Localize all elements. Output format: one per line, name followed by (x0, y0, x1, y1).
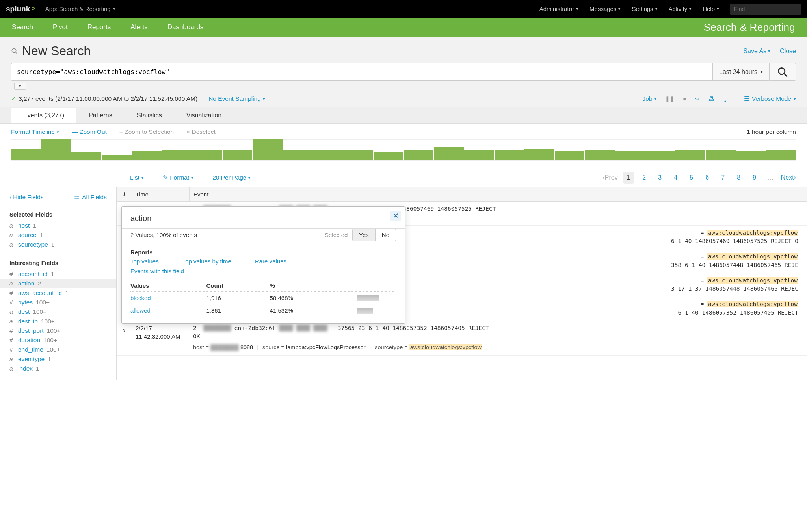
expand-event-toggle[interactable] (117, 324, 132, 352)
timeline-bar[interactable] (41, 139, 71, 160)
timeline-bar[interactable] (524, 149, 554, 160)
timeline-bar[interactable] (71, 152, 101, 160)
timeline-bars[interactable] (11, 139, 796, 161)
timeline-bar[interactable] (404, 150, 434, 160)
page-5[interactable]: 5 (686, 172, 697, 184)
timeline-bar[interactable] (343, 150, 373, 160)
field-dest_port[interactable]: #dest_port100+ (9, 326, 107, 336)
page-1[interactable]: 1 (623, 172, 634, 184)
field-host[interactable]: ahost1 (9, 221, 107, 230)
field-sourcetype[interactable]: asourcetype1 (9, 240, 107, 249)
selected-no[interactable]: No (376, 229, 396, 241)
tab-visualization[interactable]: Visualization (174, 108, 234, 123)
field-aws_account_id[interactable]: #aws_account_id1 (9, 288, 107, 298)
menu-settings[interactable]: Settings▾ (632, 6, 657, 12)
stop-icon[interactable]: ■ (683, 96, 686, 102)
page-8[interactable]: 8 (734, 172, 744, 184)
find-input[interactable] (730, 4, 801, 15)
search-assistant-toggle[interactable]: ▾ (14, 83, 26, 90)
logo[interactable]: splunk> (6, 5, 35, 13)
tab-statistics[interactable]: Statistics (125, 108, 174, 123)
share-icon[interactable]: ↪ (695, 96, 700, 102)
link-rare-values[interactable]: Rare values (255, 258, 286, 265)
timeline-bar[interactable] (585, 150, 615, 160)
list-dropdown[interactable]: List ▾ (130, 174, 144, 181)
print-icon[interactable]: 🖶 (708, 96, 714, 102)
nav-reports[interactable]: Reports (87, 23, 111, 31)
menu-messages[interactable]: Messages▾ (589, 6, 621, 12)
hide-fields-button[interactable]: ‹ Hide Fields (9, 194, 44, 201)
timeline-bar[interactable] (162, 150, 192, 160)
save-as-dropdown[interactable]: Save As ▾ (743, 48, 770, 55)
page-6[interactable]: 6 (702, 172, 712, 184)
timeline-bar[interactable] (283, 150, 313, 160)
per-page-dropdown[interactable]: 20 Per Page ▾ (212, 174, 251, 181)
timeline-bar[interactable] (192, 150, 222, 160)
value-link[interactable]: blocked (130, 295, 151, 301)
timeline-bar[interactable] (766, 150, 796, 160)
tab-patterns[interactable]: Patterns (76, 108, 125, 123)
field-source[interactable]: asource1 (9, 230, 107, 240)
field-duration[interactable]: #duration100+ (9, 336, 107, 345)
field-dest[interactable]: adest100+ (9, 307, 107, 317)
timeline-bar[interactable] (495, 150, 524, 160)
all-fields-button[interactable]: ☰ All Fields (74, 194, 107, 201)
value-row[interactable]: allowed1,36141.532% (130, 304, 396, 317)
timeline-bar[interactable] (132, 151, 162, 160)
selected-yes[interactable]: Yes (353, 229, 375, 241)
export-icon[interactable]: ⭳ (723, 96, 728, 102)
timeline-bar[interactable] (464, 150, 494, 160)
timeline-bar[interactable] (253, 139, 283, 160)
timeline-bar[interactable] (223, 150, 253, 160)
field-eventtype[interactable]: aeventtype1 (9, 354, 107, 364)
timeline-bar[interactable] (11, 149, 41, 160)
selected-toggle[interactable]: Yes No (352, 229, 396, 241)
timeline-bar[interactable] (555, 151, 585, 160)
link-top-values-by-time[interactable]: Top values by time (182, 258, 231, 265)
event-raw[interactable]: 2 ████████ eni-2db32c6f ████ ████ ████ 3… (189, 324, 807, 352)
next-page[interactable]: Next › (781, 172, 796, 184)
tab-events[interactable]: Events (3,277) (11, 108, 76, 123)
search-mode-dropdown[interactable]: ☰Verbose Mode ▾ (744, 95, 796, 102)
format-dropdown[interactable]: ✎Format ▾ (163, 174, 193, 181)
page-3[interactable]: 3 (655, 172, 665, 184)
page-7[interactable]: 7 (718, 172, 728, 184)
nav-dashboards[interactable]: Dashboards (167, 23, 204, 31)
timeline-bar[interactable] (434, 147, 464, 160)
close-button[interactable]: Close (780, 48, 796, 55)
timeline-bar[interactable] (313, 150, 343, 160)
timeline-bar[interactable] (645, 151, 675, 160)
page-4[interactable]: 4 (671, 172, 681, 184)
field-account_id[interactable]: #account_id1 (9, 269, 107, 279)
timeline-bar[interactable] (736, 151, 766, 160)
prev-page[interactable]: ‹ Prev (603, 172, 618, 184)
field-bytes[interactable]: #bytes100+ (9, 298, 107, 307)
nav-alerts[interactable]: Alerts (130, 23, 147, 31)
pause-icon[interactable]: ❚❚ (665, 96, 675, 102)
nav-pivot[interactable]: Pivot (53, 23, 68, 31)
field-end_time[interactable]: #end_time100+ (9, 345, 107, 354)
timeline-bar[interactable] (675, 150, 705, 160)
format-timeline-dropdown[interactable]: Format Timeline ▾ (11, 128, 59, 135)
link-top-values[interactable]: Top values (130, 258, 159, 265)
link-events-with-field[interactable]: Events with this field (130, 268, 184, 274)
menu-administrator[interactable]: Administrator▾ (539, 6, 578, 12)
search-input[interactable] (11, 63, 712, 81)
event-sampling-dropdown[interactable]: No Event Sampling ▾ (208, 95, 265, 102)
field-index[interactable]: aindex1 (9, 364, 107, 373)
time-range-picker[interactable]: Last 24 hours▾ (712, 63, 769, 81)
timeline-bar[interactable] (102, 155, 132, 160)
page-2[interactable]: 2 (639, 172, 649, 184)
field-action[interactable]: aaction2 (0, 279, 116, 288)
menu-activity[interactable]: Activity▾ (669, 6, 692, 12)
nav-search[interactable]: Search (12, 23, 33, 31)
timeline-bar[interactable] (615, 151, 645, 160)
value-link[interactable]: allowed (130, 307, 151, 314)
col-time[interactable]: Time (132, 187, 189, 201)
menu-help[interactable]: Help▾ (703, 6, 719, 12)
zoom-out-button[interactable]: — Zoom Out (72, 128, 107, 135)
job-dropdown[interactable]: Job ▾ (643, 95, 656, 102)
close-popup-button[interactable]: ✕ (390, 211, 401, 221)
page-9[interactable]: 9 (749, 172, 760, 184)
field-dest_ip[interactable]: adest_ip100+ (9, 317, 107, 326)
